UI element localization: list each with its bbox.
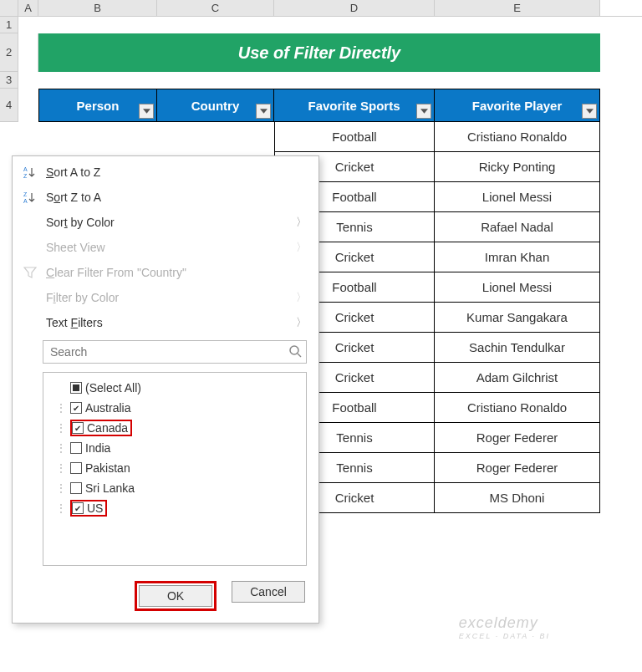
- search-input[interactable]: [43, 340, 307, 364]
- text-filters-label: Text Filters: [46, 316, 289, 329]
- sort-za-icon: ZA: [21, 191, 39, 204]
- header-player-label: Favorite Player: [472, 99, 563, 113]
- search-icon: [288, 344, 302, 360]
- col-header-A[interactable]: A: [18, 0, 38, 16]
- filter-item-canada[interactable]: ⋮ Canada: [47, 418, 303, 438]
- filter-item-label: (Select All): [85, 381, 141, 395]
- cell-player[interactable]: Lionel Messi: [435, 272, 600, 303]
- cancel-button[interactable]: Cancel: [232, 581, 305, 603]
- row-header-3[interactable]: 3: [0, 72, 18, 89]
- header-country: Country: [157, 89, 274, 122]
- row-header-4[interactable]: 4: [0, 89, 18, 122]
- sort-a-to-z[interactable]: AZ Sort A to Z: [13, 160, 318, 185]
- filter-by-color: Filter by Color 〉: [13, 285, 318, 310]
- sort-za-label: Sort Z to A: [46, 191, 307, 204]
- checkbox-unchecked-icon[interactable]: [70, 442, 82, 454]
- svg-line-5: [298, 354, 301, 357]
- page-title: Use of Filter Directly: [38, 33, 600, 72]
- checkbox-checked-icon[interactable]: [72, 502, 84, 514]
- filter-button-person[interactable]: [139, 104, 154, 119]
- header-sports: Favorite Sports: [274, 89, 435, 122]
- filter-item-pakistan[interactable]: ⋮ Pakistan: [47, 458, 303, 478]
- cell-player[interactable]: MS Dhoni: [435, 483, 600, 513]
- filter-by-color-label: Filter by Color: [46, 291, 289, 304]
- row-header-2[interactable]: 2: [0, 33, 18, 72]
- sheet-view: Sheet View 〉: [13, 235, 318, 260]
- filter-button-country[interactable]: [256, 104, 271, 119]
- col-header-C[interactable]: C: [157, 0, 274, 16]
- spreadsheet-grid: A B C D E 1 2 3 4 Use of Filter Directly…: [0, 0, 642, 17]
- sheet-view-label: Sheet View: [46, 241, 289, 254]
- svg-text:Z: Z: [23, 173, 28, 179]
- col-header-B[interactable]: B: [38, 0, 157, 16]
- svg-text:Z: Z: [23, 191, 28, 197]
- select-all-corner[interactable]: [0, 0, 18, 16]
- svg-text:A: A: [23, 166, 28, 172]
- ok-button-highlight: OK: [135, 581, 217, 611]
- filter-item-label: US: [87, 501, 103, 515]
- cell-player[interactable]: Kumar Sangakara: [435, 303, 600, 333]
- chevron-right-icon: 〉: [296, 240, 307, 255]
- checkbox-indeterminate-icon[interactable]: [70, 382, 82, 394]
- chevron-right-icon: 〉: [296, 215, 307, 230]
- filter-item-us[interactable]: ⋮ US: [47, 498, 303, 518]
- cell-player[interactable]: Adam Gilchrist: [435, 363, 600, 393]
- checkbox-unchecked-icon[interactable]: [70, 462, 82, 474]
- row-headers: 1 2 3 4: [0, 17, 18, 122]
- column-headers: A B C D E: [0, 0, 642, 17]
- chevron-right-icon: 〉: [296, 290, 307, 305]
- filter-item-label: Canada: [87, 421, 128, 435]
- cell-player[interactable]: Cristiano Ronaldo: [435, 122, 600, 152]
- row-header-1[interactable]: 1: [0, 17, 18, 33]
- cell-player[interactable]: Imran Khan: [435, 242, 600, 272]
- text-filters[interactable]: Text Filters 〉: [13, 310, 318, 335]
- cell-player[interactable]: Rafael Nadal: [435, 212, 600, 242]
- sort-by-color-label: Sort by Color: [46, 216, 289, 229]
- filter-dropdown: AZ Sort A to Z ZA Sort Z to A Sort by Co…: [12, 155, 319, 624]
- col-header-D[interactable]: D: [274, 0, 435, 16]
- checkbox-checked-icon[interactable]: [70, 402, 82, 414]
- svg-point-4: [290, 346, 298, 354]
- sort-z-to-a[interactable]: ZA Sort Z to A: [13, 185, 318, 210]
- clear-filter: Clear Filter From "Country": [13, 260, 318, 285]
- col-header-E[interactable]: E: [435, 0, 600, 16]
- filter-checklist: (Select All) ⋮ Australia ⋮ Canada ⋮ Indi…: [43, 372, 307, 566]
- filter-item-srilanka[interactable]: ⋮ Sri Lanka: [47, 478, 303, 498]
- cell-player[interactable]: Roger Federer: [435, 423, 600, 453]
- cell-player[interactable]: Sachin Tendulkar: [435, 333, 600, 363]
- header-person-label: Person: [77, 99, 120, 113]
- sort-az-label: Sort A to Z: [46, 165, 307, 179]
- ok-button[interactable]: OK: [139, 585, 212, 607]
- header-sports-label: Favorite Sports: [308, 99, 400, 113]
- filter-item-india[interactable]: ⋮ India: [47, 438, 303, 458]
- checkbox-unchecked-icon[interactable]: [70, 482, 82, 494]
- filter-item-label: Sri Lanka: [85, 481, 135, 495]
- cell-sports[interactable]: Football: [274, 122, 435, 152]
- clear-filter-label: Clear Filter From "Country": [46, 266, 307, 279]
- clear-filter-icon: [21, 267, 39, 278]
- filter-item-australia[interactable]: ⋮ Australia: [47, 398, 303, 418]
- header-country-label: Country: [191, 99, 240, 113]
- filter-item-label: India: [85, 441, 110, 455]
- header-player: Favorite Player: [435, 89, 600, 122]
- filter-item-label: Pakistan: [85, 461, 130, 475]
- sort-az-icon: AZ: [21, 165, 39, 179]
- filter-button-player[interactable]: [582, 104, 597, 119]
- filter-item-label: Australia: [85, 401, 130, 415]
- checkbox-checked-icon[interactable]: [72, 422, 84, 434]
- cell-player[interactable]: Cristiano Ronaldo: [435, 393, 600, 423]
- sort-by-color[interactable]: Sort by Color 〉: [13, 210, 318, 235]
- svg-text:A: A: [23, 198, 28, 204]
- filter-button-sports[interactable]: [416, 104, 431, 119]
- filter-item-select-all[interactable]: (Select All): [47, 378, 303, 398]
- cell-player[interactable]: Roger Federer: [435, 453, 600, 483]
- cell-player[interactable]: Ricky Ponting: [435, 152, 600, 182]
- chevron-right-icon: 〉: [296, 315, 307, 330]
- watermark: exceldemy EXCEL · DATA · BI: [459, 614, 550, 640]
- header-person: Person: [38, 89, 157, 122]
- cell-player[interactable]: Lionel Messi: [435, 182, 600, 212]
